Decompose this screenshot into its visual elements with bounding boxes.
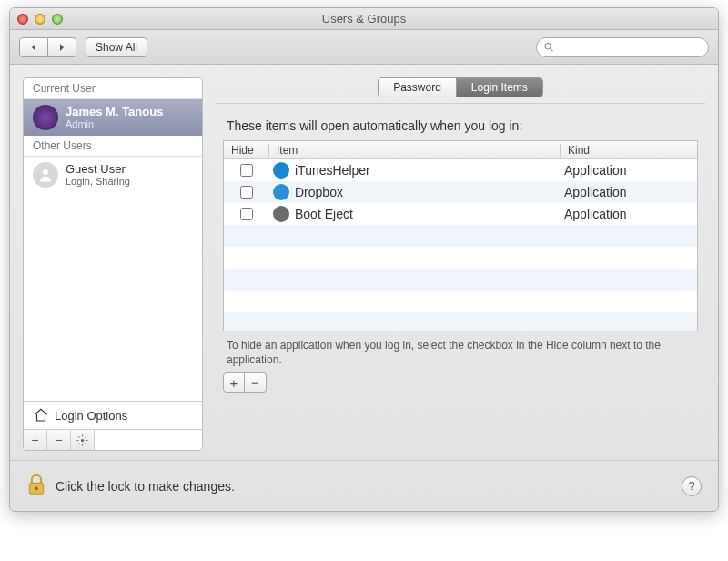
sidebar-user-guest[interactable]: Guest User Login, Sharing (24, 157, 202, 193)
login-items-table: Hide Item Kind iTunesHelperApplicationDr… (223, 140, 698, 332)
col-item[interactable]: Item (269, 144, 561, 157)
col-kind[interactable]: Kind (561, 144, 697, 157)
footer: Click the lock to make changes. ? (10, 460, 718, 511)
toolbar: Show All (10, 30, 718, 65)
tab-password[interactable]: Password (379, 78, 457, 97)
gear-icon (76, 434, 88, 446)
add-user-button[interactable]: + (24, 430, 47, 450)
table-row (224, 312, 697, 332)
content-area: Current User James M. Tanous Admin Other… (10, 65, 718, 460)
search-icon (544, 42, 554, 53)
lock-message: Click the lock to make changes. (56, 479, 672, 494)
preferences-window: Users & Groups Show All Current User (9, 7, 719, 512)
titlebar: Users & Groups (10, 8, 718, 30)
remove-user-button[interactable]: − (47, 430, 71, 450)
table-row (224, 247, 697, 269)
chevron-left-icon (29, 43, 38, 52)
table-header: Hide Item Kind (224, 141, 697, 159)
forward-button[interactable] (48, 37, 76, 57)
sidebar-user-current[interactable]: James M. Tanous Admin (24, 99, 202, 136)
app-icon (273, 162, 289, 178)
item-kind: Application (561, 163, 697, 178)
user-role: Admin (66, 118, 163, 129)
user-name: James M. Tanous (66, 106, 163, 118)
table-row (224, 269, 697, 291)
main-panel: Password Login Items These items will op… (216, 77, 705, 451)
svg-line-1 (551, 48, 553, 51)
table-row (224, 291, 697, 312)
table-row[interactable]: iTunesHelperApplication (224, 159, 697, 181)
item-name: Dropbox (295, 185, 343, 199)
settings-tabs: Password Login Items (378, 77, 543, 97)
item-name: iTunesHelper (295, 163, 370, 178)
item-kind: Application (561, 185, 697, 199)
sidebar-actions: + − (24, 429, 202, 450)
hide-checkbox[interactable] (240, 208, 253, 220)
svg-point-3 (81, 438, 84, 441)
svg-point-0 (545, 43, 551, 48)
user-action-menu-button[interactable] (71, 430, 95, 450)
help-button[interactable]: ? (682, 476, 702, 496)
login-items-intro: These items will open automatically when… (223, 118, 698, 133)
item-name: Boot Eject (295, 207, 353, 221)
app-icon (273, 206, 289, 222)
app-icon (273, 184, 289, 200)
table-row[interactable]: DropboxApplication (224, 181, 697, 203)
window-title: Users & Groups (10, 12, 718, 26)
login-options-button[interactable]: Login Options (24, 401, 202, 429)
table-row (224, 225, 697, 247)
users-sidebar: Current User James M. Tanous Admin Other… (23, 77, 203, 451)
user-role: Login, Sharing (66, 176, 130, 187)
svg-point-5 (35, 487, 37, 490)
show-all-button[interactable]: Show All (86, 37, 147, 57)
current-user-header: Current User (24, 78, 202, 99)
tab-login-items[interactable]: Login Items (457, 78, 542, 97)
other-users-header: Other Users (24, 136, 202, 157)
user-name: Guest User (66, 163, 130, 176)
table-body: iTunesHelperApplicationDropboxApplicatio… (224, 159, 697, 332)
col-hide[interactable]: Hide (224, 144, 269, 157)
search-field[interactable] (536, 37, 709, 57)
item-kind: Application (561, 207, 697, 221)
back-button[interactable] (19, 37, 48, 57)
hide-hint: To hide an application when you log in, … (223, 339, 698, 367)
lock-icon (26, 474, 46, 495)
chevron-right-icon (57, 43, 66, 52)
guest-avatar-icon (33, 162, 58, 188)
hide-checkbox[interactable] (240, 186, 253, 199)
remove-login-item-button[interactable]: − (245, 372, 267, 393)
hide-checkbox[interactable] (240, 164, 253, 177)
table-row[interactable]: Boot EjectApplication (224, 203, 697, 225)
login-options-label: Login Options (55, 409, 127, 423)
user-avatar-icon (33, 105, 58, 130)
nav-buttons (19, 37, 76, 57)
home-icon (33, 407, 49, 423)
lock-button[interactable] (26, 474, 46, 498)
add-login-item-button[interactable]: + (223, 372, 245, 393)
login-item-actions: + − (223, 372, 698, 393)
search-input[interactable] (559, 41, 701, 54)
svg-point-2 (43, 169, 48, 175)
